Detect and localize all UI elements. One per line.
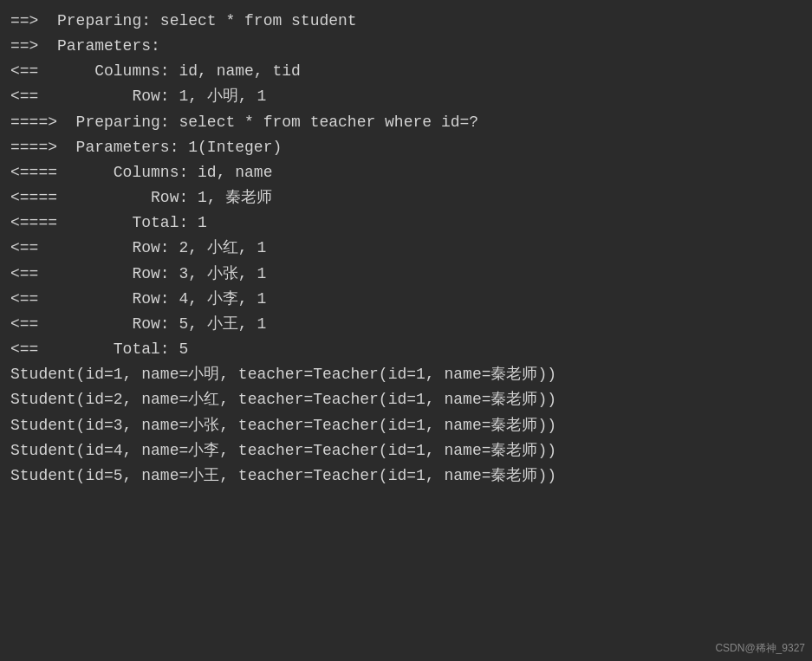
console-line: ====> Preparing: select * from teacher w… (10, 110, 802, 135)
console-line: Student(id=4, name=小李, teacher=Teacher(i… (10, 438, 802, 463)
console-line: ==> Parameters: (10, 34, 802, 59)
console-line: ====> Parameters: 1(Integer) (10, 135, 802, 160)
console-line: <== Row: 1, 小明, 1 (10, 84, 802, 109)
console-line: Student(id=5, name=小王, teacher=Teacher(i… (10, 463, 802, 489)
console-line: <== Row: 4, 小李, 1 (10, 287, 802, 312)
console-line: Student(id=3, name=小张, teacher=Teacher(i… (10, 413, 802, 438)
console-line: <==== Row: 1, 秦老师 (10, 185, 802, 211)
console-line: Student(id=1, name=小明, teacher=Teacher(i… (10, 362, 802, 387)
console-line: <== Row: 2, 小红, 1 (10, 236, 802, 261)
console-line: <== Total: 5 (10, 337, 802, 362)
console-line: <== Columns: id, name, tid (10, 59, 802, 84)
console-line: <== Row: 3, 小张, 1 (10, 262, 802, 287)
console-line: <==== Columns: id, name (10, 160, 802, 185)
console-line: <== Row: 5, 小王, 1 (10, 312, 802, 337)
console-output: ==> Preparing: select * from student ==>… (0, 0, 812, 661)
console-line: Student(id=2, name=小红, teacher=Teacher(i… (10, 387, 802, 412)
console-line: ==> Preparing: select * from student (10, 9, 802, 34)
watermark: CSDN@稀神_9327 (715, 641, 805, 656)
console-line: <==== Total: 1 (10, 211, 802, 236)
